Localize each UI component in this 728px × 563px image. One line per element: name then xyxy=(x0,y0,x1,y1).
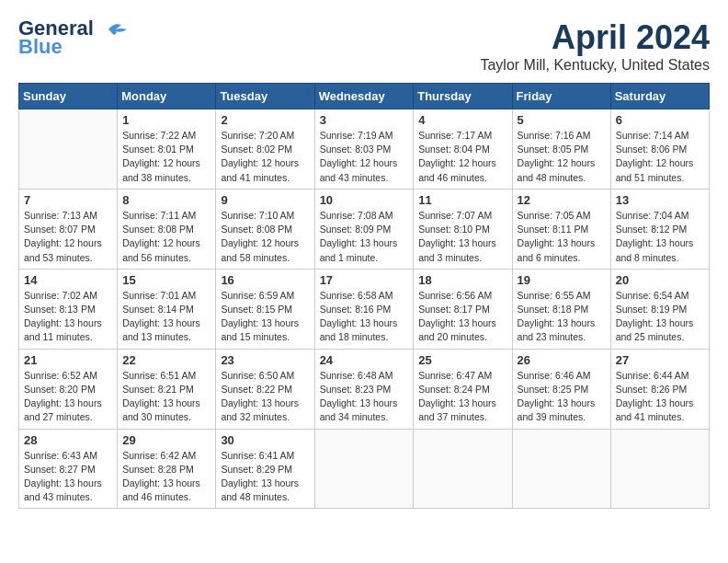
calendar-cell xyxy=(414,429,512,509)
calendar-table: SundayMondayTuesdayWednesdayThursdayFrid… xyxy=(18,83,710,509)
day-number: 10 xyxy=(320,193,409,207)
day-info: Sunrise: 6:44 AM Sunset: 8:26 PM Dayligh… xyxy=(616,369,704,425)
day-number: 18 xyxy=(418,273,506,287)
day-number: 16 xyxy=(221,273,309,287)
calendar-cell: 11Sunrise: 7:07 AM Sunset: 8:10 PM Dayli… xyxy=(414,189,512,269)
day-info: Sunrise: 6:42 AM Sunset: 8:28 PM Dayligh… xyxy=(122,449,210,505)
calendar-cell: 22Sunrise: 6:51 AM Sunset: 8:21 PM Dayli… xyxy=(118,349,216,429)
title-area: April 2024 Taylor Mill, Kentucky, United… xyxy=(480,18,710,74)
day-number: 3 xyxy=(320,113,409,127)
day-number: 11 xyxy=(418,193,506,207)
day-info: Sunrise: 7:05 AM Sunset: 8:11 PM Dayligh… xyxy=(518,209,606,265)
calendar-cell: 18Sunrise: 6:56 AM Sunset: 8:17 PM Dayli… xyxy=(414,269,512,349)
calendar-week-row: 1Sunrise: 7:22 AM Sunset: 8:01 PM Daylig… xyxy=(19,109,710,190)
day-info: Sunrise: 7:20 AM Sunset: 8:02 PM Dayligh… xyxy=(221,129,309,185)
day-number: 6 xyxy=(616,113,704,127)
day-info: Sunrise: 6:55 AM Sunset: 8:18 PM Dayligh… xyxy=(518,289,606,345)
weekday-header-tuesday: Tuesday xyxy=(216,84,314,109)
calendar-cell: 5Sunrise: 7:16 AM Sunset: 8:05 PM Daylig… xyxy=(512,109,610,190)
day-info: Sunrise: 6:58 AM Sunset: 8:16 PM Dayligh… xyxy=(320,289,409,345)
day-number: 7 xyxy=(24,193,112,207)
page-header: General Blue April 2024 Taylor Mill, Ken… xyxy=(18,18,710,74)
calendar-cell: 15Sunrise: 7:01 AM Sunset: 8:14 PM Dayli… xyxy=(118,269,216,349)
weekday-header-saturday: Saturday xyxy=(610,84,709,109)
day-info: Sunrise: 7:07 AM Sunset: 8:10 PM Dayligh… xyxy=(418,209,506,265)
day-number: 21 xyxy=(24,353,112,367)
calendar-cell: 10Sunrise: 7:08 AM Sunset: 8:09 PM Dayli… xyxy=(314,189,414,269)
calendar-cell: 30Sunrise: 6:41 AM Sunset: 8:29 PM Dayli… xyxy=(216,429,314,509)
day-number: 19 xyxy=(518,273,606,287)
calendar-cell xyxy=(19,109,118,190)
calendar-cell: 4Sunrise: 7:17 AM Sunset: 8:04 PM Daylig… xyxy=(414,109,512,190)
calendar-cell: 3Sunrise: 7:19 AM Sunset: 8:03 PM Daylig… xyxy=(314,109,414,190)
day-info: Sunrise: 7:04 AM Sunset: 8:12 PM Dayligh… xyxy=(616,209,704,265)
calendar-cell: 19Sunrise: 6:55 AM Sunset: 8:18 PM Dayli… xyxy=(512,269,610,349)
day-number: 9 xyxy=(221,193,309,207)
weekday-header-wednesday: Wednesday xyxy=(314,84,414,109)
day-number: 25 xyxy=(418,353,506,367)
day-info: Sunrise: 6:51 AM Sunset: 8:21 PM Dayligh… xyxy=(122,369,210,425)
day-number: 20 xyxy=(616,273,704,287)
weekday-header-sunday: Sunday xyxy=(19,84,118,109)
calendar-cell: 28Sunrise: 6:43 AM Sunset: 8:27 PM Dayli… xyxy=(19,429,118,509)
location-title: Taylor Mill, Kentucky, United States xyxy=(480,57,710,74)
day-number: 17 xyxy=(320,273,409,287)
calendar-cell xyxy=(610,429,709,509)
day-info: Sunrise: 6:52 AM Sunset: 8:20 PM Dayligh… xyxy=(24,369,112,425)
bird-icon xyxy=(101,20,131,39)
day-info: Sunrise: 7:13 AM Sunset: 8:07 PM Dayligh… xyxy=(24,209,112,265)
day-info: Sunrise: 7:16 AM Sunset: 8:05 PM Dayligh… xyxy=(518,129,606,185)
day-info: Sunrise: 6:46 AM Sunset: 8:25 PM Dayligh… xyxy=(518,369,606,425)
day-info: Sunrise: 7:11 AM Sunset: 8:08 PM Dayligh… xyxy=(122,209,210,265)
day-number: 15 xyxy=(122,273,210,287)
day-info: Sunrise: 7:08 AM Sunset: 8:09 PM Dayligh… xyxy=(320,209,409,265)
day-info: Sunrise: 7:01 AM Sunset: 8:14 PM Dayligh… xyxy=(122,289,210,345)
day-info: Sunrise: 6:50 AM Sunset: 8:22 PM Dayligh… xyxy=(221,369,309,425)
calendar-cell: 27Sunrise: 6:44 AM Sunset: 8:26 PM Dayli… xyxy=(610,349,709,429)
day-info: Sunrise: 7:17 AM Sunset: 8:04 PM Dayligh… xyxy=(418,129,506,185)
calendar-cell: 6Sunrise: 7:14 AM Sunset: 8:06 PM Daylig… xyxy=(610,109,709,190)
day-number: 8 xyxy=(122,193,210,207)
calendar-cell: 20Sunrise: 6:54 AM Sunset: 8:19 PM Dayli… xyxy=(610,269,709,349)
day-number: 29 xyxy=(122,433,210,447)
calendar-cell: 13Sunrise: 7:04 AM Sunset: 8:12 PM Dayli… xyxy=(610,189,709,269)
calendar-cell: 25Sunrise: 6:47 AM Sunset: 8:24 PM Dayli… xyxy=(414,349,512,429)
weekday-header-friday: Friday xyxy=(512,84,610,109)
day-info: Sunrise: 6:48 AM Sunset: 8:23 PM Dayligh… xyxy=(320,369,409,425)
calendar-week-row: 28Sunrise: 6:43 AM Sunset: 8:27 PM Dayli… xyxy=(19,429,710,509)
calendar-week-row: 21Sunrise: 6:52 AM Sunset: 8:20 PM Dayli… xyxy=(19,349,710,429)
day-number: 4 xyxy=(418,113,506,127)
calendar-cell: 23Sunrise: 6:50 AM Sunset: 8:22 PM Dayli… xyxy=(216,349,314,429)
day-number: 22 xyxy=(122,353,210,367)
calendar-cell: 21Sunrise: 6:52 AM Sunset: 8:20 PM Dayli… xyxy=(19,349,118,429)
day-number: 2 xyxy=(221,113,309,127)
calendar-week-row: 14Sunrise: 7:02 AM Sunset: 8:13 PM Dayli… xyxy=(19,269,710,349)
day-info: Sunrise: 7:02 AM Sunset: 8:13 PM Dayligh… xyxy=(24,289,112,345)
day-info: Sunrise: 7:14 AM Sunset: 8:06 PM Dayligh… xyxy=(616,129,704,185)
day-number: 30 xyxy=(221,433,309,447)
weekday-header-thursday: Thursday xyxy=(414,84,512,109)
day-number: 12 xyxy=(518,193,606,207)
day-number: 28 xyxy=(24,433,112,447)
calendar-cell: 14Sunrise: 7:02 AM Sunset: 8:13 PM Dayli… xyxy=(19,269,118,349)
logo-blue-text: Blue xyxy=(18,37,63,57)
calendar-cell: 26Sunrise: 6:46 AM Sunset: 8:25 PM Dayli… xyxy=(512,349,610,429)
calendar-cell: 2Sunrise: 7:20 AM Sunset: 8:02 PM Daylig… xyxy=(216,109,314,190)
day-number: 13 xyxy=(616,193,704,207)
calendar-cell xyxy=(314,429,414,509)
day-info: Sunrise: 7:22 AM Sunset: 8:01 PM Dayligh… xyxy=(122,129,210,185)
day-number: 1 xyxy=(122,113,210,127)
calendar-week-row: 7Sunrise: 7:13 AM Sunset: 8:07 PM Daylig… xyxy=(19,189,710,269)
day-number: 14 xyxy=(24,273,112,287)
day-info: Sunrise: 6:54 AM Sunset: 8:19 PM Dayligh… xyxy=(616,289,704,345)
day-number: 27 xyxy=(616,353,704,367)
day-number: 5 xyxy=(518,113,606,127)
day-number: 24 xyxy=(320,353,409,367)
calendar-cell: 29Sunrise: 6:42 AM Sunset: 8:28 PM Dayli… xyxy=(118,429,216,509)
month-title: April 2024 xyxy=(480,18,710,57)
calendar-cell: 24Sunrise: 6:48 AM Sunset: 8:23 PM Dayli… xyxy=(314,349,414,429)
day-info: Sunrise: 6:41 AM Sunset: 8:29 PM Dayligh… xyxy=(221,449,309,505)
day-number: 26 xyxy=(518,353,606,367)
calendar-cell: 7Sunrise: 7:13 AM Sunset: 8:07 PM Daylig… xyxy=(19,189,118,269)
day-info: Sunrise: 6:56 AM Sunset: 8:17 PM Dayligh… xyxy=(418,289,506,345)
